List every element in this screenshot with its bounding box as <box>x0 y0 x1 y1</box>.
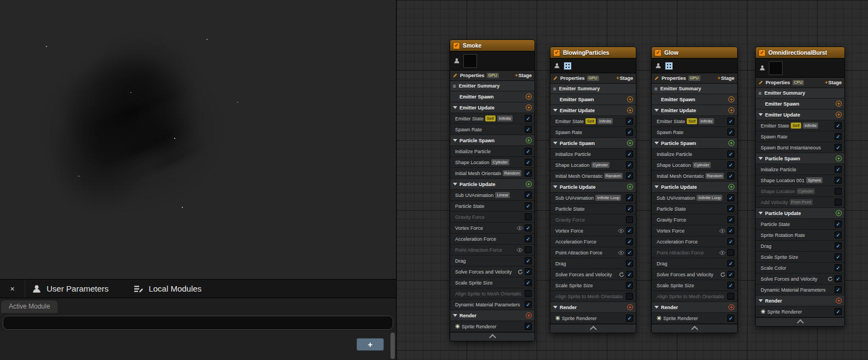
module-row[interactable]: Scale Sprite Size✓ <box>756 252 844 263</box>
module-enabled-checkbox[interactable]: ✓ <box>835 286 842 293</box>
emitter-enabled-checkbox[interactable]: ✓ <box>758 49 766 56</box>
vertical-scrollbar[interactable] <box>390 333 395 359</box>
module-row[interactable]: Solve Forces and Velocity✓ <box>550 269 636 280</box>
module-row[interactable]: Sub UVAnimationLinear✓ <box>450 190 534 201</box>
module-row[interactable]: Point Attraction Force <box>652 247 737 258</box>
module-enabled-checkbox[interactable]: ✓ <box>525 202 532 210</box>
module-enabled-checkbox[interactable]: ✓ <box>626 227 633 234</box>
collapsed-list-header[interactable] <box>3 316 393 330</box>
collapse-arrow-icon[interactable] <box>758 157 763 160</box>
module-row[interactable]: Initial Mesh OrientationRandom✓ <box>450 168 534 179</box>
module-row[interactable]: Emitter StateSelfInfinite✓ <box>450 113 534 124</box>
section-row[interactable]: Emitter Update+ <box>550 105 636 116</box>
module-row[interactable]: Vortex Force✓ <box>652 225 737 236</box>
module-enabled-checkbox[interactable]: ✓ <box>727 282 734 289</box>
add-button[interactable]: + <box>357 338 384 351</box>
collapse-arrow-icon[interactable] <box>654 142 659 144</box>
section-row[interactable]: Render+ <box>756 295 844 306</box>
module-enabled-checkbox[interactable]: ✓ <box>835 220 842 228</box>
module-row[interactable]: Scale Color✓ <box>756 263 844 274</box>
module-row[interactable]: Initial Mesh OrientationRandom✓ <box>550 171 636 182</box>
module-row[interactable]: Acceleration Force✓ <box>652 236 737 247</box>
module-enabled-checkbox[interactable]: ✓ <box>835 231 842 239</box>
section-row[interactable]: Emitter Spawn+ <box>550 94 636 105</box>
emitter-summary-row[interactable]: ≡Emitter Summary <box>550 84 636 94</box>
collapse-arrow-icon[interactable] <box>553 185 557 188</box>
module-enabled-checkbox[interactable]: ✓ <box>835 166 842 173</box>
module-row[interactable]: Sprite Renderer✓ <box>550 313 636 324</box>
module-row[interactable]: Vortex Force✓ <box>550 225 636 236</box>
module-enabled-checkbox[interactable]: ✓ <box>626 271 633 278</box>
module-row[interactable]: Sprite Renderer✓ <box>756 306 844 317</box>
collapse-arrow-icon[interactable] <box>758 212 763 214</box>
section-row[interactable]: Emitter Spawn+ <box>652 94 737 105</box>
emitter-summary-row[interactable]: ≡Emitter Summary <box>756 88 844 98</box>
module-enabled-checkbox[interactable]: ✓ <box>727 150 734 158</box>
module-enabled-checkbox[interactable] <box>727 249 734 256</box>
add-module-button[interactable]: + <box>627 107 633 113</box>
module-enabled-checkbox[interactable]: ✓ <box>626 150 633 158</box>
collapse-arrow-icon[interactable] <box>553 109 557 112</box>
add-module-button[interactable]: + <box>836 210 842 216</box>
module-row[interactable]: Emitter StateSelfInfinite✓ <box>756 120 844 131</box>
module-enabled-checkbox[interactable]: ✓ <box>525 148 532 155</box>
module-enabled-checkbox[interactable]: ✓ <box>626 205 633 212</box>
module-row[interactable]: Solve Forces and Velocity✓ <box>450 266 534 277</box>
emitter-summary-row[interactable]: ≡Emitter Summary <box>652 84 737 94</box>
module-enabled-checkbox[interactable] <box>525 290 532 297</box>
module-row[interactable]: Dynamic Material Parameters✓ <box>450 299 534 310</box>
module-enabled-checkbox[interactable]: ✓ <box>727 216 734 223</box>
module-row[interactable]: Shape LocationCylinder✓ <box>450 157 534 168</box>
add-module-button[interactable]: + <box>728 140 734 146</box>
module-enabled-checkbox[interactable]: ✓ <box>525 235 532 242</box>
visibility-eye-icon[interactable] <box>618 229 624 233</box>
emitter-summary-row[interactable]: ≡Emitter Summary <box>450 81 534 91</box>
module-row[interactable]: Shape LocationCylinder✓ <box>550 160 636 171</box>
module-enabled-checkbox[interactable]: ✓ <box>727 129 734 136</box>
add-stage-button[interactable]: +Stage <box>825 80 842 85</box>
collapse-arrow-icon[interactable] <box>654 306 659 309</box>
module-row[interactable]: Solve Forces and Velocity✓ <box>756 274 844 284</box>
module-row[interactable]: Vortex Force✓ <box>450 223 534 234</box>
section-row[interactable]: Particle Spawn+ <box>550 138 636 149</box>
module-enabled-checkbox[interactable] <box>626 293 633 300</box>
close-tab-button[interactable]: × <box>0 280 25 298</box>
module-row[interactable]: Spawn Rate✓ <box>756 131 844 142</box>
add-module-button[interactable]: + <box>627 96 633 102</box>
node-collapse-footer[interactable] <box>756 317 844 326</box>
visibility-eye-icon[interactable] <box>719 229 726 233</box>
node-collapse-footer[interactable] <box>450 332 534 341</box>
module-row[interactable]: Shape LocationCylinder✓ <box>652 160 737 171</box>
module-row[interactable]: Scale Sprite Size✓ <box>550 280 636 291</box>
section-row[interactable]: Emitter Update+ <box>652 105 737 116</box>
collapse-arrow-icon[interactable] <box>758 113 763 116</box>
module-row[interactable]: Particle State✓ <box>450 201 534 212</box>
module-row[interactable]: Drag✓ <box>450 256 534 266</box>
module-enabled-checkbox[interactable]: ✓ <box>525 191 532 199</box>
module-row[interactable]: Gravity Force✓ <box>652 214 737 225</box>
section-row[interactable]: Emitter Update+ <box>756 109 844 120</box>
section-row[interactable]: Particle Spawn+ <box>450 135 534 146</box>
module-enabled-checkbox[interactable]: ✓ <box>727 194 734 201</box>
section-row[interactable]: Render+ <box>550 302 636 313</box>
module-row[interactable]: Particle State✓ <box>652 204 737 214</box>
add-module-button[interactable]: + <box>836 101 842 107</box>
emitter-header[interactable]: ✓Glow <box>652 47 737 59</box>
module-row[interactable]: Point Attraction Force✓ <box>550 247 636 258</box>
emitter-enabled-checkbox[interactable]: ✓ <box>553 49 560 56</box>
active-module-tab[interactable]: Active Module <box>1 300 58 313</box>
emitter-node-smoke[interactable]: ✓SmokePropertiesGPU+Stage≡Emitter Summar… <box>450 39 535 341</box>
visibility-eye-icon[interactable] <box>618 251 624 255</box>
add-module-button[interactable]: + <box>728 96 734 102</box>
section-row[interactable]: Emitter Spawn+ <box>756 98 844 109</box>
module-row[interactable]: Gravity Force <box>450 212 534 223</box>
section-row[interactable]: Particle Spawn+ <box>652 138 737 149</box>
module-enabled-checkbox[interactable]: ✓ <box>626 161 633 169</box>
module-enabled-checkbox[interactable]: ✓ <box>525 115 532 122</box>
module-row[interactable]: Sprite Renderer✓ <box>652 313 737 324</box>
module-enabled-checkbox[interactable] <box>525 246 532 253</box>
module-enabled-checkbox[interactable]: ✓ <box>626 282 633 289</box>
module-enabled-checkbox[interactable]: ✓ <box>525 170 532 177</box>
module-enabled-checkbox[interactable]: ✓ <box>835 133 842 140</box>
module-row[interactable]: Spawn Rate✓ <box>450 124 534 135</box>
